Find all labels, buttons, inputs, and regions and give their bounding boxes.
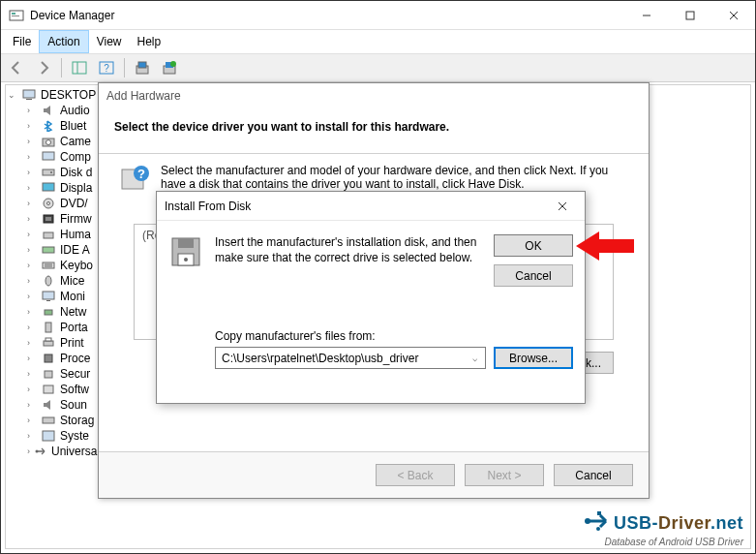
svg-rect-34 (43, 292, 54, 299)
expand-icon[interactable]: › (27, 214, 37, 224)
browse-button[interactable]: Browse... (494, 347, 573, 369)
tree-node-label: Firmw (60, 212, 92, 226)
tree-node-label: Came (60, 135, 91, 148)
close-icon[interactable] (548, 195, 577, 218)
menu-help[interactable]: Help (130, 30, 169, 53)
path-combobox[interactable]: C:\Users\rpatelnet\Desktop\usb_driver ⌵ (215, 347, 486, 369)
expand-icon[interactable]: › (27, 245, 37, 255)
menu-view[interactable]: View (89, 30, 130, 53)
expand-icon[interactable]: › (27, 261, 37, 270)
tree-node-label: Keybo (60, 259, 93, 272)
tree-node-label: DVD/ (60, 197, 88, 210)
audio-icon (41, 104, 56, 117)
dvd-icon (41, 197, 56, 210)
printer-icon (41, 336, 56, 350)
collapse-icon[interactable]: ⌄ (8, 90, 17, 100)
svg-rect-7 (73, 62, 86, 74)
svg-rect-4 (686, 12, 694, 19)
cancel-button[interactable]: Cancel (494, 264, 573, 287)
expand-icon[interactable]: › (27, 416, 37, 425)
expand-icon[interactable]: › (27, 121, 37, 131)
svg-rect-44 (43, 431, 54, 441)
close-button[interactable] (711, 1, 755, 30)
svg-point-59 (596, 527, 600, 531)
expand-icon[interactable]: › (27, 152, 37, 162)
svg-rect-23 (43, 183, 54, 191)
expand-icon[interactable]: › (27, 431, 37, 441)
menu-file[interactable]: File (5, 30, 39, 53)
show-hide-tree-icon[interactable] (68, 56, 91, 79)
expand-icon[interactable]: › (27, 323, 37, 332)
display-icon (41, 181, 56, 195)
back-button[interactable]: < Back (376, 464, 455, 486)
help-icon[interactable]: ? (95, 56, 118, 79)
tree-node-label: Print (60, 336, 84, 350)
svg-rect-16 (23, 90, 35, 98)
expand-icon[interactable]: › (27, 369, 37, 379)
next-button[interactable]: Next > (465, 464, 544, 486)
hid-icon (41, 228, 56, 241)
svg-text:?: ? (137, 167, 145, 181)
cancel-button[interactable]: Cancel (554, 464, 633, 486)
firmware-icon (41, 212, 56, 226)
tree-node-label: Moni (60, 290, 85, 303)
maximize-button[interactable] (668, 1, 711, 30)
forward-icon[interactable] (32, 56, 55, 79)
tree-node-label: Displa (60, 181, 92, 195)
help-question-icon: ? (120, 164, 151, 195)
svg-point-33 (45, 276, 51, 286)
svg-rect-12 (138, 62, 146, 68)
svg-rect-17 (26, 99, 32, 100)
dialog2-title: Install From Disk (165, 200, 548, 213)
expand-icon[interactable]: › (27, 276, 37, 286)
expand-icon[interactable]: › (27, 137, 37, 146)
brand-suffix: .net (711, 513, 743, 533)
ok-button[interactable]: OK (494, 234, 573, 257)
svg-point-22 (50, 171, 52, 173)
expand-icon[interactable]: › (27, 230, 37, 239)
processor-icon (41, 352, 56, 365)
monitor-icon (41, 290, 56, 303)
dialog-heading: Select the device driver you want to ins… (114, 120, 633, 134)
expand-icon[interactable]: › (27, 354, 37, 363)
expand-icon[interactable]: › (27, 338, 37, 348)
floppy-disk-icon (168, 234, 203, 269)
minimize-button[interactable] (624, 1, 668, 30)
svg-point-55 (184, 258, 188, 262)
svg-rect-2 (12, 15, 19, 16)
expand-icon[interactable]: › (27, 446, 30, 456)
menu-action[interactable]: Action (39, 30, 88, 53)
security-icon (41, 367, 56, 381)
svg-point-25 (47, 202, 50, 205)
svg-rect-1 (12, 13, 15, 15)
expand-icon[interactable]: › (27, 385, 37, 394)
chevron-down-icon[interactable]: ⌵ (468, 351, 482, 365)
svg-rect-37 (45, 323, 51, 332)
back-icon[interactable] (5, 56, 28, 79)
expand-icon[interactable]: › (27, 199, 37, 208)
expand-icon[interactable]: › (27, 400, 37, 410)
brand-driver: Driver (658, 513, 711, 533)
software-icon (41, 383, 56, 396)
watermark-tagline: Database of Android USB Driver (583, 537, 743, 547)
svg-rect-58 (597, 511, 601, 515)
tree-node-label: Bluet (60, 119, 86, 133)
svg-point-15 (170, 61, 176, 67)
app-icon (9, 8, 24, 23)
toolbar: ? (1, 53, 755, 82)
expand-icon[interactable]: › (27, 183, 37, 193)
tree-node-label: Comp (60, 150, 91, 164)
svg-rect-40 (45, 354, 52, 362)
svg-rect-21 (43, 169, 54, 175)
scan-hardware-icon[interactable] (131, 56, 154, 79)
expand-icon[interactable]: › (27, 292, 37, 301)
expand-icon[interactable]: › (27, 168, 37, 177)
add-hardware-icon[interactable] (158, 56, 181, 79)
expand-icon[interactable]: › (27, 307, 37, 317)
menu-bar: File Action View Help (1, 30, 755, 53)
tree-node-label: Secur (60, 367, 90, 381)
expand-icon[interactable]: › (27, 106, 37, 115)
svg-rect-39 (45, 338, 51, 341)
svg-rect-30 (43, 262, 54, 268)
tree-node-label: Proce (60, 352, 90, 365)
